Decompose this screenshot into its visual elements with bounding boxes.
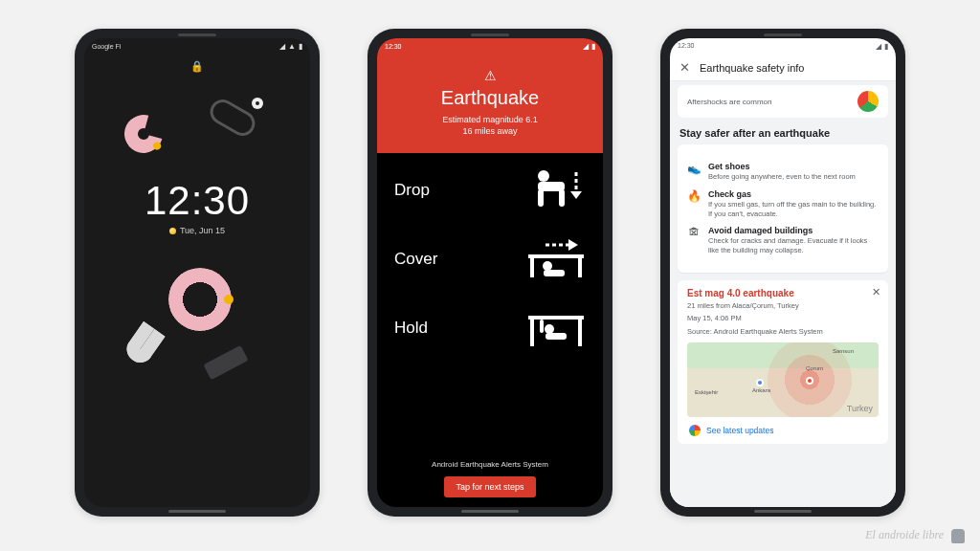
signal-icon: ◢ xyxy=(583,42,589,51)
shoe-icon: 👟 xyxy=(687,162,701,182)
android-robot-icon xyxy=(949,526,967,543)
status-bar: 12:30 ◢ ▮ xyxy=(377,38,603,55)
building-icon: 🏚 xyxy=(687,226,701,255)
step-label: Hold xyxy=(394,319,428,338)
alert-magnitude: Estimated magnitude 6.1 xyxy=(387,115,593,124)
quake-source: Source: Android Earthquake Alerts System xyxy=(687,327,879,338)
close-icon[interactable]: ✕ xyxy=(679,60,690,75)
tip-desc: Before going anywhere, even to the next … xyxy=(708,172,856,182)
status-time: 12:30 xyxy=(385,43,402,50)
battery-icon: ▮ xyxy=(299,42,302,51)
latest-updates-link[interactable]: See latest updates xyxy=(687,417,879,444)
quake-location: 21 miles from Alaca/Çorum, Turkey xyxy=(687,301,879,312)
status-icons: ◢ ▲ ▮ xyxy=(279,42,302,51)
svg-rect-3 xyxy=(559,189,565,207)
quake-title: Est mag 4.0 earthquake xyxy=(687,288,879,298)
alert-header: ⚠ Earthquake Estimated magnitude 6.1 16 … xyxy=(377,55,603,153)
tip-shoes: 👟 Get shoes Before going anywhere, even … xyxy=(687,162,879,182)
cover-icon xyxy=(526,237,586,281)
aftershock-label: Aftershocks are common xyxy=(687,98,771,106)
latest-label: See latest updates xyxy=(706,426,773,435)
quake-time: May 15, 4:06 PM xyxy=(687,314,879,324)
phone-row: Google Fi ◢ ▲ ▮ 🔒 12:30 Tue, Jun 15 xyxy=(0,0,980,517)
svg-rect-4 xyxy=(528,254,584,258)
page-header: ✕ Earthquake safety info xyxy=(670,55,896,81)
hold-icon xyxy=(526,306,586,350)
svg-point-0 xyxy=(538,170,549,182)
drop-icon xyxy=(526,168,586,212)
google-logo-icon xyxy=(689,425,701,436)
safety-steps: Drop Cover Hold xyxy=(377,153,603,456)
map-user-pin xyxy=(756,379,764,386)
alert-distance: 16 miles away xyxy=(387,126,593,136)
lock-icon: 🔒 xyxy=(84,60,310,73)
svg-rect-11 xyxy=(578,320,582,346)
battery-icon: ▮ xyxy=(591,42,595,51)
svg-rect-13 xyxy=(546,333,567,340)
tip-gas: 🔥 Check gas If you smell gas, turn off t… xyxy=(687,189,879,219)
watermark: El androide libre xyxy=(865,526,967,543)
signal-icon: ◢ xyxy=(876,42,881,51)
svg-point-12 xyxy=(545,324,554,334)
section-title: Stay safer after an earthquake xyxy=(679,127,886,139)
dismiss-icon[interactable]: ✕ xyxy=(872,286,880,298)
next-steps-button[interactable]: Tap for next steps xyxy=(444,476,535,497)
watermark-text: El androide libre xyxy=(865,528,944,542)
warning-icon: ⚠ xyxy=(387,68,593,83)
flame-icon: 🔥 xyxy=(687,189,701,219)
earthquake-alert[interactable]: 12:30 ◢ ▮ ⚠ Earthquake Estimated magnitu… xyxy=(377,38,603,507)
step-cover: Cover xyxy=(394,237,586,281)
svg-rect-5 xyxy=(530,258,534,277)
tip-title: Get shoes xyxy=(708,162,856,171)
phone-lockscreen: Google Fi ◢ ▲ ▮ 🔒 12:30 Tue, Jun 15 xyxy=(75,29,320,517)
status-icons: ◢ ▮ xyxy=(876,42,888,51)
weather-icon xyxy=(169,228,176,234)
status-icons: ◢ ▮ xyxy=(583,42,595,51)
svg-rect-6 xyxy=(578,258,582,277)
status-bar: 12:30 ◢ ▮ xyxy=(670,38,896,55)
map-label-country: Turkey xyxy=(847,404,873,413)
battery-icon: ▮ xyxy=(884,42,888,51)
clock-date: Tue, Jun 15 xyxy=(84,226,310,235)
map-label-samsun: Samsun xyxy=(833,348,854,354)
system-name: Android Earthquake Alerts System xyxy=(377,460,603,469)
tip-desc: If you smell gas, turn off the gas main … xyxy=(708,200,879,219)
step-label: Cover xyxy=(394,250,437,269)
svg-rect-10 xyxy=(530,320,534,346)
step-label: Drop xyxy=(394,181,430,200)
wallpaper-shapes xyxy=(84,38,310,507)
tip-title: Avoid damaged buildings xyxy=(708,226,879,235)
lockscreen[interactable]: Google Fi ◢ ▲ ▮ 🔒 12:30 Tue, Jun 15 xyxy=(84,38,310,507)
aftershock-icon xyxy=(858,91,879,112)
svg-rect-9 xyxy=(528,316,584,320)
carrier-label: Google Fi xyxy=(92,43,121,50)
map-view[interactable]: Ankara Çorum Samsun Eskişehir Turkey xyxy=(687,342,879,417)
step-hold: Hold xyxy=(394,306,586,350)
tips-card: 👟 Get shoes Before going anywhere, even … xyxy=(678,144,888,273)
page-title: Earthquake safety info xyxy=(700,62,886,74)
phone-alert: 12:30 ◢ ▮ ⚠ Earthquake Estimated magnitu… xyxy=(368,29,612,517)
phone-safety-info: 12:30 ◢ ▮ ✕ Earthquake safety info After… xyxy=(660,29,905,517)
svg-rect-2 xyxy=(538,189,544,207)
tip-title: Check gas xyxy=(708,189,879,199)
clock-time: 12:30 xyxy=(84,178,310,224)
map-label-eskisehir: Eskişehir xyxy=(695,389,718,395)
svg-rect-14 xyxy=(540,320,544,333)
status-time: 12:30 xyxy=(678,42,695,51)
step-drop: Drop xyxy=(394,168,586,212)
map-label-corum: Çorum xyxy=(806,365,823,371)
wifi-icon: ▲ xyxy=(288,42,296,51)
tip-buildings: 🏚 Avoid damaged buildings Check for crac… xyxy=(687,226,879,255)
map-epicenter-pin xyxy=(806,377,813,385)
page-body[interactable]: Aftershocks are common Stay safer after … xyxy=(670,81,896,507)
signal-icon: ◢ xyxy=(279,42,285,51)
map-label-ankara: Ankara xyxy=(752,387,770,393)
tip-desc: Check for cracks and damage. Evacuate if… xyxy=(708,236,879,255)
status-bar: Google Fi ◢ ▲ ▮ xyxy=(84,38,310,55)
alert-title: Earthquake xyxy=(387,87,593,109)
svg-rect-8 xyxy=(544,270,565,276)
aftershock-card[interactable]: Aftershocks are common xyxy=(678,85,888,118)
safety-info-screen[interactable]: 12:30 ◢ ▮ ✕ Earthquake safety info After… xyxy=(670,38,896,507)
svg-point-7 xyxy=(543,261,552,271)
earthquake-card[interactable]: ✕ Est mag 4.0 earthquake 21 miles from A… xyxy=(678,280,888,445)
